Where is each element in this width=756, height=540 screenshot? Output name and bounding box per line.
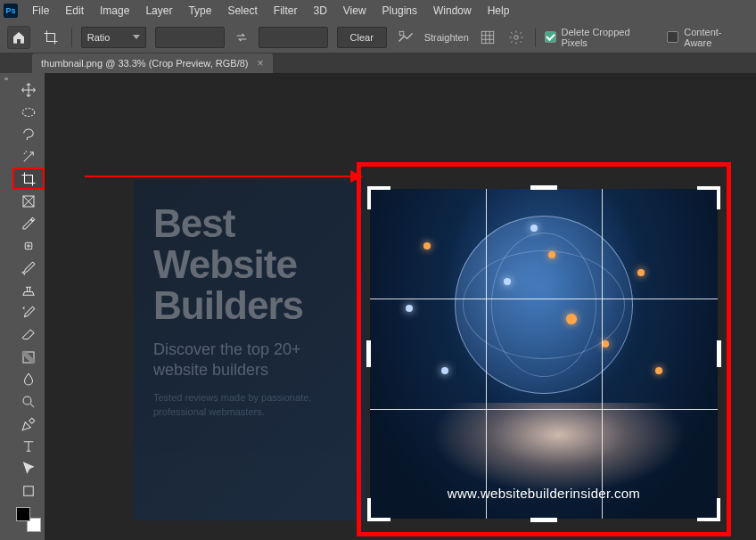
close-tab-button[interactable]: × [258,57,264,70]
crop-grid-line [370,299,718,299]
document-tab[interactable]: thumbnail.png @ 33.3% (Crop Preview, RGB… [32,53,273,73]
crop-preview-content: www.websitebuilderinsider.com [370,189,718,519]
watermark-text: www.websitebuilderinsider.com [370,486,718,501]
brush-tool[interactable] [12,257,45,279]
menu-3d[interactable]: 3D [306,3,333,19]
path-selection-tool[interactable] [12,457,45,479]
content-aware-checkbox[interactable]: Content-Aware [667,27,749,48]
document-tab-title: thumbnail.png @ 33.3% (Crop Preview, RGB… [41,58,249,69]
canvas[interactable]: Best Website Builders Discover the top 2… [45,73,756,540]
crop-selection[interactable]: www.websitebuilderinsider.com [370,189,718,519]
straighten-icon[interactable] [396,28,415,47]
crop-handle-bottom-right[interactable] [697,498,720,521]
clear-button[interactable]: Clear [337,27,387,48]
svg-point-2 [514,35,518,39]
menu-plugins[interactable]: Plugins [375,3,424,19]
shape-tool[interactable] [12,479,45,502]
menu-select[interactable]: Select [220,3,264,19]
eraser-tool[interactable] [12,323,45,346]
ratio-label: Ratio [87,32,111,43]
straighten-label: Straighten [424,32,469,43]
crop-handle-top-left[interactable] [367,186,390,209]
clone-stamp-tool[interactable] [12,279,45,301]
color-swatches[interactable] [16,507,41,532]
toolbar-collapse-toggle[interactable]: » [0,73,12,540]
type-tool[interactable] [12,435,45,457]
crop-handle-left[interactable] [366,340,371,367]
options-bar: Ratio Clear Straighten Delete Cropped Pi… [0,21,756,53]
checkbox-icon [667,31,678,43]
grid-overlay-button[interactable] [478,28,497,47]
move-tool[interactable] [12,78,45,101]
svg-rect-1 [481,31,494,44]
aspect-ratio-dropdown[interactable]: Ratio [81,27,147,48]
artwork-body: Tested reviews made by passionate, profe… [153,391,346,419]
delete-cropped-label: Delete Cropped Pixels [562,27,659,48]
svg-rect-0 [399,31,404,36]
globe-graphic [455,216,633,394]
crop-tool[interactable] [12,168,45,190]
menu-file[interactable]: File [25,3,56,19]
crop-handle-top[interactable] [530,185,557,190]
document-tab-bar: thumbnail.png @ 33.3% (Crop Preview, RGB… [0,53,756,73]
menu-window[interactable]: Window [426,3,479,19]
annotation-arrow [85,176,361,177]
crop-handle-bottom-left[interactable] [367,498,390,521]
crop-tool-indicator-icon [39,26,62,49]
crop-grid-line [602,189,603,519]
delete-cropped-pixels-checkbox[interactable]: Delete Cropped Pixels [545,27,659,48]
tool-palette [12,73,45,540]
crop-height-input[interactable] [259,27,328,48]
divider [535,28,536,47]
eyedropper-tool[interactable] [12,212,45,234]
swap-dimensions-button[interactable] [234,29,250,45]
artwork-subtitle: Discover the top 20+ website builders [153,340,346,381]
crop-handle-right[interactable] [717,340,721,367]
magic-wand-tool[interactable] [12,145,45,168]
crop-grid-line [486,189,487,519]
gradient-tool[interactable] [12,346,45,368]
healing-brush-tool[interactable] [12,234,45,257]
blur-tool[interactable] [12,368,45,390]
chevron-down-icon [133,35,140,39]
artwork-title: Best Website Builders [153,203,346,327]
dodge-tool[interactable] [12,390,45,413]
menu-help[interactable]: Help [481,3,517,19]
history-brush-tool[interactable] [12,301,45,323]
menu-type[interactable]: Type [181,3,218,19]
photoshop-logo-icon: Ps [4,4,18,18]
checkbox-checked-icon [545,31,556,43]
pen-tool[interactable] [12,413,45,435]
settings-gear-icon[interactable] [506,28,526,47]
menu-view[interactable]: View [336,3,374,19]
divider [71,28,72,47]
menu-layer[interactable]: Layer [138,3,179,19]
crop-grid-line [370,409,718,410]
menu-filter[interactable]: Filter [267,3,305,19]
frame-tool[interactable] [12,190,45,212]
content-aware-label: Content-Aware [684,27,749,48]
arrow-head-icon [350,170,363,183]
crop-handle-top-right[interactable] [697,186,720,209]
svg-point-7 [23,397,31,405]
crop-width-input[interactable] [155,27,225,48]
svg-point-3 [22,108,35,116]
menu-image[interactable]: Image [93,3,136,19]
menu-edit[interactable]: Edit [58,3,91,19]
cropped-out-region: Best Website Builders Discover the top 2… [134,180,366,520]
crop-handle-bottom[interactable] [530,518,557,522]
svg-rect-8 [24,486,34,495]
home-button[interactable] [7,26,30,49]
marquee-tool[interactable] [12,101,45,123]
menu-bar: Ps File Edit Image Layer Type Select Fil… [0,0,756,21]
foreground-color-swatch[interactable] [16,507,30,521]
lasso-tool[interactable] [12,123,45,145]
